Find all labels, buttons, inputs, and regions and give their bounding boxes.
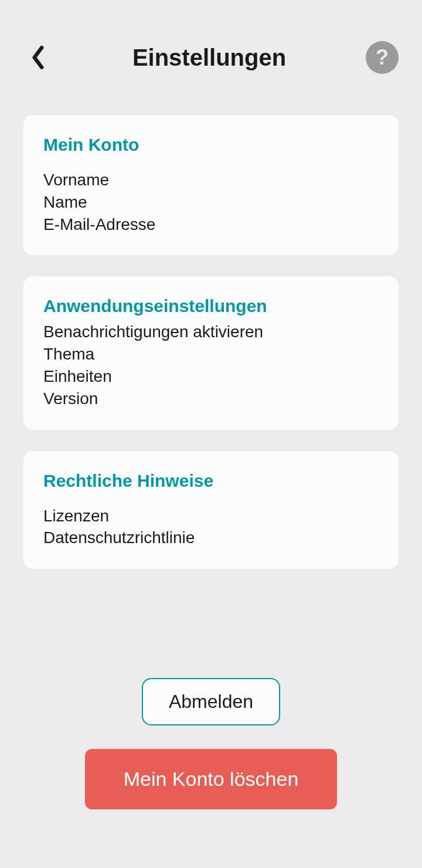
app-settings-item-notifications[interactable]: Benachrichtigungen aktivieren (43, 321, 379, 343)
legal-card: Rechtliche Hinweise Lizenzen Datenschutz… (23, 451, 399, 569)
account-item-lastname[interactable]: Name (43, 191, 379, 213)
back-button[interactable] (23, 43, 53, 72)
logout-button[interactable]: Abmelden (142, 678, 280, 725)
help-button[interactable]: ? (366, 41, 399, 74)
header: Einstellungen ? (0, 0, 422, 97)
app-settings-card: Anwendungseinstellungen Benachrichtigung… (23, 276, 399, 429)
account-item-firstname[interactable]: Vorname (43, 169, 379, 191)
legal-item-licenses[interactable]: Lizenzen (43, 505, 379, 527)
account-card-title: Mein Konto (43, 135, 379, 155)
app-settings-item-version[interactable]: Version (43, 388, 379, 410)
page-title: Einstellungen (53, 45, 366, 71)
account-item-email[interactable]: E-Mail-Adresse (43, 213, 379, 236)
app-settings-item-theme[interactable]: Thema (43, 343, 379, 365)
legal-item-privacy[interactable]: Datenschutzrichtlinie (43, 527, 379, 549)
button-area: Abmelden Mein Konto löschen (0, 678, 422, 809)
legal-card-title: Rechtliche Hinweise (43, 471, 379, 491)
question-mark-icon: ? (376, 45, 389, 70)
chevron-left-icon (30, 45, 46, 70)
app-settings-item-units[interactable]: Einheiten (43, 365, 379, 388)
delete-account-button[interactable]: Mein Konto löschen (85, 749, 337, 809)
app-settings-card-title: Anwendungseinstellungen (43, 296, 379, 316)
account-card: Mein Konto Vorname Name E-Mail-Adresse (23, 115, 399, 255)
content-area: Mein Konto Vorname Name E-Mail-Adresse A… (0, 97, 422, 569)
